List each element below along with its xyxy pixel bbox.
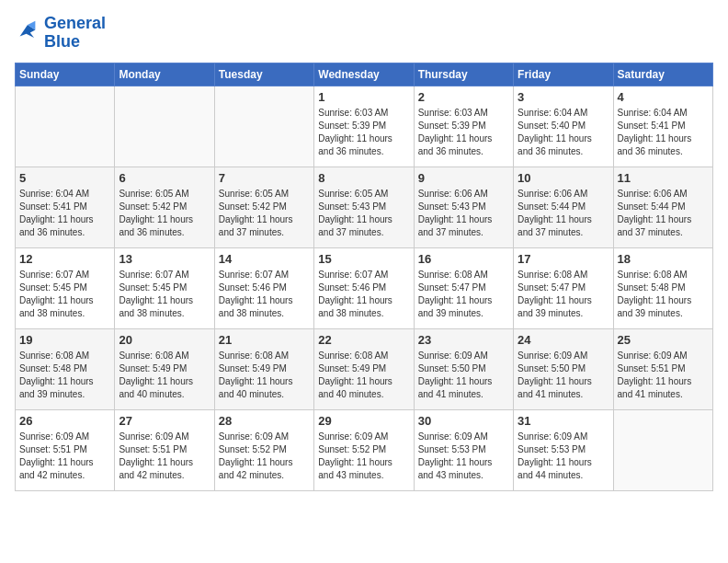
calendar-cell: 19Sunrise: 6:08 AMSunset: 5:48 PMDayligh… bbox=[16, 328, 115, 409]
calendar-week-row: 5Sunrise: 6:04 AMSunset: 5:41 PMDaylight… bbox=[16, 167, 713, 247]
calendar-cell: 20Sunrise: 6:08 AMSunset: 5:49 PMDayligh… bbox=[115, 328, 214, 409]
weekday-header-thursday: Thursday bbox=[414, 63, 513, 86]
day-number: 30 bbox=[418, 414, 509, 428]
day-number: 17 bbox=[518, 252, 609, 266]
day-number: 19 bbox=[19, 333, 110, 347]
day-info: Sunrise: 6:06 AMSunset: 5:44 PMDaylight:… bbox=[618, 188, 709, 239]
logo-icon bbox=[15, 18, 40, 48]
calendar-cell: 8Sunrise: 6:05 AMSunset: 5:43 PMDaylight… bbox=[314, 167, 414, 247]
calendar-week-row: 1Sunrise: 6:03 AMSunset: 5:39 PMDaylight… bbox=[16, 86, 713, 167]
calendar-cell: 24Sunrise: 6:09 AMSunset: 5:50 PMDayligh… bbox=[514, 328, 613, 409]
day-number: 18 bbox=[618, 252, 709, 266]
calendar-cell: 5Sunrise: 6:04 AMSunset: 5:41 PMDaylight… bbox=[16, 167, 115, 247]
day-info: Sunrise: 6:08 AMSunset: 5:49 PMDaylight:… bbox=[219, 350, 310, 401]
weekday-header-saturday: Saturday bbox=[613, 63, 712, 86]
weekday-header-sunday: Sunday bbox=[16, 63, 115, 86]
calendar-cell: 17Sunrise: 6:08 AMSunset: 5:47 PMDayligh… bbox=[514, 247, 613, 328]
day-info: Sunrise: 6:09 AMSunset: 5:53 PMDaylight:… bbox=[518, 431, 609, 482]
day-number: 26 bbox=[19, 414, 110, 428]
calendar-cell: 4Sunrise: 6:04 AMSunset: 5:41 PMDaylight… bbox=[613, 86, 712, 167]
day-info: Sunrise: 6:08 AMSunset: 5:47 PMDaylight:… bbox=[518, 269, 609, 320]
day-info: Sunrise: 6:05 AMSunset: 5:42 PMDaylight:… bbox=[119, 188, 210, 239]
calendar-cell: 30Sunrise: 6:09 AMSunset: 5:53 PMDayligh… bbox=[414, 409, 513, 490]
day-number: 20 bbox=[119, 333, 210, 347]
weekday-header-row: SundayMondayTuesdayWednesdayThursdayFrid… bbox=[16, 63, 713, 86]
day-info: Sunrise: 6:09 AMSunset: 5:50 PMDaylight:… bbox=[518, 350, 609, 401]
logo: General Blue bbox=[15, 15, 106, 52]
calendar-cell: 27Sunrise: 6:09 AMSunset: 5:51 PMDayligh… bbox=[115, 409, 214, 490]
day-info: Sunrise: 6:05 AMSunset: 5:43 PMDaylight:… bbox=[318, 188, 409, 239]
calendar-cell: 28Sunrise: 6:09 AMSunset: 5:52 PMDayligh… bbox=[214, 409, 313, 490]
header: General Blue bbox=[15, 15, 713, 52]
day-number: 13 bbox=[119, 252, 210, 266]
day-number: 28 bbox=[219, 414, 310, 428]
calendar-cell: 12Sunrise: 6:07 AMSunset: 5:45 PMDayligh… bbox=[16, 247, 115, 328]
weekday-header-tuesday: Tuesday bbox=[214, 63, 313, 86]
calendar-cell: 3Sunrise: 6:04 AMSunset: 5:40 PMDaylight… bbox=[514, 86, 613, 167]
calendar-cell bbox=[613, 409, 712, 490]
calendar-cell: 2Sunrise: 6:03 AMSunset: 5:39 PMDaylight… bbox=[414, 86, 513, 167]
calendar-cell: 9Sunrise: 6:06 AMSunset: 5:43 PMDaylight… bbox=[414, 167, 513, 247]
day-number: 12 bbox=[19, 252, 110, 266]
day-number: 14 bbox=[219, 252, 310, 266]
day-info: Sunrise: 6:04 AMSunset: 5:41 PMDaylight:… bbox=[19, 188, 110, 239]
calendar-cell: 1Sunrise: 6:03 AMSunset: 5:39 PMDaylight… bbox=[314, 86, 414, 167]
calendar-week-row: 19Sunrise: 6:08 AMSunset: 5:48 PMDayligh… bbox=[16, 328, 713, 409]
day-info: Sunrise: 6:07 AMSunset: 5:46 PMDaylight:… bbox=[219, 269, 310, 320]
calendar-cell: 15Sunrise: 6:07 AMSunset: 5:46 PMDayligh… bbox=[314, 247, 414, 328]
calendar-cell: 10Sunrise: 6:06 AMSunset: 5:44 PMDayligh… bbox=[514, 167, 613, 247]
day-number: 22 bbox=[318, 333, 409, 347]
calendar-cell: 31Sunrise: 6:09 AMSunset: 5:53 PMDayligh… bbox=[514, 409, 613, 490]
day-number: 1 bbox=[318, 90, 409, 104]
day-number: 3 bbox=[518, 90, 609, 104]
day-info: Sunrise: 6:08 AMSunset: 5:48 PMDaylight:… bbox=[618, 269, 709, 320]
weekday-header-wednesday: Wednesday bbox=[314, 63, 414, 86]
day-info: Sunrise: 6:09 AMSunset: 5:51 PMDaylight:… bbox=[19, 431, 110, 482]
day-info: Sunrise: 6:06 AMSunset: 5:43 PMDaylight:… bbox=[418, 188, 509, 239]
day-info: Sunrise: 6:04 AMSunset: 5:40 PMDaylight:… bbox=[518, 107, 609, 158]
calendar-cell bbox=[16, 86, 115, 167]
day-info: Sunrise: 6:09 AMSunset: 5:53 PMDaylight:… bbox=[418, 431, 509, 482]
day-info: Sunrise: 6:03 AMSunset: 5:39 PMDaylight:… bbox=[418, 107, 509, 158]
calendar-cell: 26Sunrise: 6:09 AMSunset: 5:51 PMDayligh… bbox=[16, 409, 115, 490]
day-number: 31 bbox=[518, 414, 609, 428]
day-info: Sunrise: 6:08 AMSunset: 5:48 PMDaylight:… bbox=[19, 350, 110, 401]
day-number: 9 bbox=[418, 171, 509, 185]
calendar-week-row: 26Sunrise: 6:09 AMSunset: 5:51 PMDayligh… bbox=[16, 409, 713, 490]
calendar-cell: 23Sunrise: 6:09 AMSunset: 5:50 PMDayligh… bbox=[414, 328, 513, 409]
day-info: Sunrise: 6:03 AMSunset: 5:39 PMDaylight:… bbox=[318, 107, 409, 158]
calendar-table: SundayMondayTuesdayWednesdayThursdayFrid… bbox=[15, 63, 713, 491]
calendar-cell: 25Sunrise: 6:09 AMSunset: 5:51 PMDayligh… bbox=[613, 328, 712, 409]
day-info: Sunrise: 6:09 AMSunset: 5:52 PMDaylight:… bbox=[219, 431, 310, 482]
day-number: 15 bbox=[318, 252, 409, 266]
day-number: 10 bbox=[518, 171, 609, 185]
calendar-cell: 16Sunrise: 6:08 AMSunset: 5:47 PMDayligh… bbox=[414, 247, 513, 328]
calendar-cell: 7Sunrise: 6:05 AMSunset: 5:42 PMDaylight… bbox=[214, 167, 313, 247]
day-info: Sunrise: 6:09 AMSunset: 5:50 PMDaylight:… bbox=[418, 350, 509, 401]
calendar-cell bbox=[214, 86, 313, 167]
day-info: Sunrise: 6:07 AMSunset: 5:46 PMDaylight:… bbox=[318, 269, 409, 320]
day-info: Sunrise: 6:09 AMSunset: 5:51 PMDaylight:… bbox=[618, 350, 709, 401]
calendar-cell bbox=[115, 86, 214, 167]
day-info: Sunrise: 6:07 AMSunset: 5:45 PMDaylight:… bbox=[119, 269, 210, 320]
day-number: 24 bbox=[518, 333, 609, 347]
day-number: 2 bbox=[418, 90, 509, 104]
calendar-week-row: 12Sunrise: 6:07 AMSunset: 5:45 PMDayligh… bbox=[16, 247, 713, 328]
calendar-cell: 14Sunrise: 6:07 AMSunset: 5:46 PMDayligh… bbox=[214, 247, 313, 328]
day-number: 27 bbox=[119, 414, 210, 428]
weekday-header-monday: Monday bbox=[115, 63, 214, 86]
day-number: 16 bbox=[418, 252, 509, 266]
day-number: 8 bbox=[318, 171, 409, 185]
calendar-cell: 13Sunrise: 6:07 AMSunset: 5:45 PMDayligh… bbox=[115, 247, 214, 328]
day-info: Sunrise: 6:05 AMSunset: 5:42 PMDaylight:… bbox=[219, 188, 310, 239]
day-number: 5 bbox=[19, 171, 110, 185]
calendar-cell: 29Sunrise: 6:09 AMSunset: 5:52 PMDayligh… bbox=[314, 409, 414, 490]
day-info: Sunrise: 6:08 AMSunset: 5:49 PMDaylight:… bbox=[318, 350, 409, 401]
day-number: 4 bbox=[618, 90, 709, 104]
day-number: 23 bbox=[418, 333, 509, 347]
day-info: Sunrise: 6:08 AMSunset: 5:49 PMDaylight:… bbox=[119, 350, 210, 401]
day-number: 21 bbox=[219, 333, 310, 347]
calendar-cell: 21Sunrise: 6:08 AMSunset: 5:49 PMDayligh… bbox=[214, 328, 313, 409]
day-info: Sunrise: 6:09 AMSunset: 5:52 PMDaylight:… bbox=[318, 431, 409, 482]
day-info: Sunrise: 6:04 AMSunset: 5:41 PMDaylight:… bbox=[618, 107, 709, 158]
